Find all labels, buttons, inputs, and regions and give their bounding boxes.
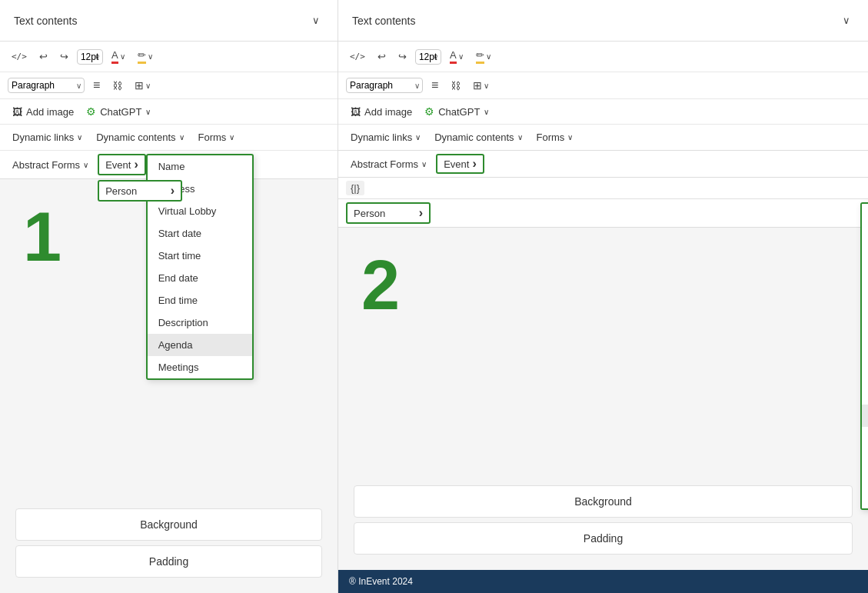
right-dynamic-links-label: Dynamic links bbox=[351, 132, 412, 143]
right-person-button[interactable]: Person › bbox=[346, 202, 431, 224]
bottom-bar: ® InEvent 2024 bbox=[338, 570, 868, 593]
person-menu-telephone[interactable]: Telephone bbox=[862, 382, 868, 405]
right-number-label: 2 bbox=[361, 251, 853, 320]
font-size-select[interactable]: 12pt 10pt 14pt 16pt bbox=[77, 49, 103, 65]
right-background-section[interactable]: Background bbox=[354, 485, 853, 518]
right-chatgpt-chevron-icon: ∨ bbox=[484, 108, 489, 116]
left-toolbar-paragraph: Paragraph Heading 1 Heading 2 ∨ ≡ ⛓ ⊞ ∨ bbox=[0, 72, 338, 99]
right-forms-button[interactable]: Forms ∨ bbox=[532, 129, 578, 145]
person-button[interactable]: Person › bbox=[98, 180, 182, 202]
undo-icon: ↩ bbox=[39, 51, 48, 62]
right-event-button[interactable]: Event › bbox=[436, 154, 484, 174]
right-dynamic-contents-chevron-icon: ∨ bbox=[517, 133, 523, 142]
right-paragraph-select[interactable]: Paragraph Heading 1 bbox=[346, 78, 423, 93]
table-button[interactable]: ⊞ ∨ bbox=[131, 77, 155, 94]
right-link-button[interactable]: ⛓ bbox=[447, 78, 464, 94]
right-font-color-button[interactable]: A ∨ bbox=[446, 47, 467, 66]
dynamic-links-button[interactable]: Dynamic links ∨ bbox=[8, 129, 87, 145]
event-label: Event bbox=[105, 159, 131, 171]
font-color-icon: A bbox=[111, 49, 118, 64]
table-icon: ⊞ bbox=[135, 79, 144, 92]
right-undo-button[interactable]: ↩ bbox=[374, 48, 390, 65]
right-list-button[interactable]: ≡ bbox=[427, 76, 442, 95]
chatgpt-icon: ⚙ bbox=[86, 105, 96, 118]
person-menu-first-name[interactable]: First name bbox=[862, 204, 868, 226]
abstract-forms-button[interactable]: Abstract Forms ∨ bbox=[8, 157, 93, 173]
left-panel-header: Text contents ∨ bbox=[0, 0, 338, 42]
dynamic-contents-chevron-icon: ∨ bbox=[179, 133, 185, 142]
add-image-label: Add image bbox=[26, 106, 74, 118]
left-panel-collapse-button[interactable]: ∨ bbox=[308, 12, 324, 28]
right-abstract-forms-button[interactable]: Abstract Forms ∨ bbox=[346, 156, 431, 172]
right-add-image-label: Add image bbox=[364, 106, 412, 118]
list-icon: ≡ bbox=[93, 78, 100, 92]
event-menu-virtual-lobby[interactable]: Virtual Lobby bbox=[148, 200, 252, 222]
event-menu-agenda[interactable]: Agenda bbox=[148, 334, 252, 356]
dynamic-contents-label: Dynamic contents bbox=[96, 132, 175, 143]
right-table-button[interactable]: ⊞ ∨ bbox=[469, 77, 493, 94]
highlight-button[interactable]: ✏ ∨ bbox=[134, 47, 157, 66]
person-menu-username[interactable]: Username bbox=[862, 271, 868, 293]
person-menu-form[interactable]: Form Custom message bbox=[862, 427, 868, 449]
event-menu-meetings[interactable]: Meetings bbox=[148, 356, 252, 378]
right-panel-collapse-button[interactable]: ∨ bbox=[839, 12, 854, 28]
event-menu-start-date[interactable]: Start date bbox=[148, 222, 252, 245]
event-menu-end-date[interactable]: End date bbox=[148, 267, 252, 289]
chatgpt-button[interactable]: ⚙ ChatGPT ∨ bbox=[81, 103, 155, 120]
redo-button[interactable]: ↪ bbox=[56, 48, 72, 65]
right-content-area: 2 Background Padding bbox=[338, 228, 868, 570]
add-image-button[interactable]: 🖼 Add image bbox=[8, 104, 78, 120]
left-panel-title: Text contents bbox=[14, 15, 78, 27]
left-padding-section[interactable]: Padding bbox=[15, 545, 322, 578]
font-size-wrapper: 12pt 10pt 14pt 16pt ∨ bbox=[77, 49, 103, 65]
person-menu-confirmation[interactable]: Confirmation code bbox=[862, 315, 868, 338]
right-redo-button[interactable]: ↪ bbox=[394, 48, 411, 65]
abstract-forms-label: Abstract Forms bbox=[12, 159, 80, 171]
redo-icon: ↪ bbox=[60, 51, 68, 62]
dynamic-links-chevron-icon: ∨ bbox=[77, 133, 82, 142]
event-button[interactable]: Event › bbox=[98, 154, 146, 175]
person-menu-company[interactable]: Company bbox=[862, 360, 868, 382]
list-button[interactable]: ≡ bbox=[89, 76, 104, 95]
event-menu-end-time[interactable]: End time bbox=[148, 289, 252, 311]
left-background-section[interactable]: Background bbox=[15, 508, 322, 541]
paragraph-select[interactable]: Paragraph Heading 1 Heading 2 bbox=[8, 78, 85, 93]
right-chatgpt-button[interactable]: ⚙ ChatGPT ∨ bbox=[420, 103, 494, 120]
left-toolbar-media: 🖼 Add image ⚙ ChatGPT ∨ bbox=[0, 99, 338, 125]
link-button[interactable]: ⛓ bbox=[108, 78, 126, 94]
person-menu-hotel[interactable]: Hotel information bbox=[862, 449, 868, 471]
person-menu-last-name[interactable]: Last name bbox=[862, 226, 868, 248]
right-add-image-button[interactable]: 🖼 Add image bbox=[346, 104, 417, 120]
abstract-forms-chevron-icon: ∨ bbox=[83, 161, 88, 169]
person-menu-full-name[interactable]: Full name bbox=[862, 248, 868, 271]
event-menu-name[interactable]: Name bbox=[148, 155, 252, 178]
right-curly-braces-row: {|} bbox=[338, 178, 868, 199]
person-menu-email[interactable]: Email address bbox=[862, 293, 868, 315]
right-event-label: Event bbox=[444, 158, 469, 170]
code-button[interactable]: </> bbox=[8, 49, 31, 64]
event-menu-start-time[interactable]: Start time bbox=[148, 245, 252, 267]
person-menu-role[interactable]: Role bbox=[862, 338, 868, 360]
right-highlight-button[interactable]: ✏ ∨ bbox=[472, 47, 495, 66]
person-menu-sessions[interactable]: Sessions bbox=[862, 471, 868, 494]
person-menu-certificate[interactable]: Certificate bbox=[862, 494, 868, 510]
highlight-chevron-icon: ∨ bbox=[148, 52, 153, 61]
right-font-size-select[interactable]: 12pt 10pt 14pt bbox=[415, 49, 441, 65]
curly-braces-label: {|} bbox=[346, 181, 364, 195]
right-dynamic-contents-button[interactable]: Dynamic contents ∨ bbox=[430, 129, 527, 145]
undo-button[interactable]: ↩ bbox=[35, 48, 52, 65]
table-chevron-icon: ∨ bbox=[145, 82, 151, 90]
right-code-button[interactable]: </> bbox=[346, 49, 369, 64]
person-menu-custom-message[interactable]: Custom message bbox=[862, 405, 868, 427]
dynamic-contents-button[interactable]: Dynamic contents ∨ bbox=[91, 129, 188, 145]
right-dynamic-links-button[interactable]: Dynamic links ∨ bbox=[346, 129, 425, 145]
right-padding-section[interactable]: Padding bbox=[354, 522, 853, 555]
font-color-button[interactable]: A ∨ bbox=[108, 47, 129, 66]
right-dynamic-links-chevron-icon: ∨ bbox=[415, 133, 421, 142]
right-dynamic-contents-label: Dynamic contents bbox=[434, 132, 514, 143]
forms-button[interactable]: Forms ∨ bbox=[194, 129, 240, 145]
event-menu-description[interactable]: Description bbox=[148, 311, 252, 334]
right-highlight-chevron-icon: ∨ bbox=[486, 52, 491, 61]
right-table-chevron-icon: ∨ bbox=[484, 82, 489, 90]
paragraph-wrapper: Paragraph Heading 1 Heading 2 ∨ bbox=[8, 78, 85, 93]
